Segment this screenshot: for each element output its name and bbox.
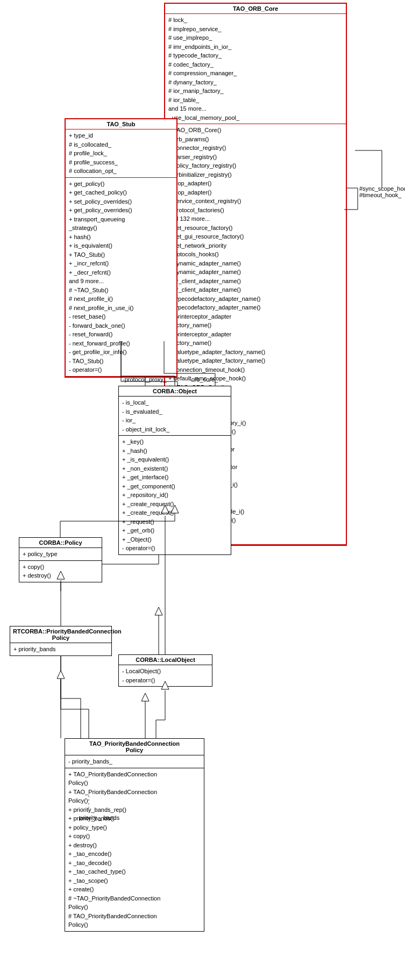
corba-localobject-title: CORBA::LocalObject — [119, 655, 212, 665]
corba-policy-title: CORBA::Policy — [19, 538, 102, 548]
tao-stub-title: TAO_Stub — [66, 119, 176, 129]
corba-policy-fields: + policy_type — [19, 548, 102, 561]
sync-scope-label: #sync_scope_hook_#timeout_hook_ — [359, 185, 405, 198]
corba-object-title: CORBA::Object — [119, 386, 231, 397]
orb-core-label: -orb_core_ — [189, 376, 218, 383]
svg-marker-46 — [57, 671, 65, 679]
protocol-proxy-label: -protocol_proxy_ — [123, 376, 167, 383]
corba-object-fields: - is_local_ - is_evaluated_ - ior_ - obj… — [119, 397, 231, 436]
tao-orb-core-fields: # lock_ # implrepo_service_ # use_implre… — [165, 14, 346, 124]
rtcorba-priority-box: RTCORBA::PriorityBandedConnectionPolicy … — [10, 626, 112, 656]
corba-policy-box: CORBA::Policy + policy_type + copy() + d… — [19, 537, 102, 582]
rtcorba-priority-fields: + priority_bands — [10, 643, 111, 655]
tao-priority-methods: + TAO_PriorityBandedConnection Policy() … — [65, 768, 204, 931]
corba-policy-methods: + copy() + destroy() — [19, 561, 102, 582]
priority-bands-label: priority _ bands — [79, 815, 119, 821]
tao-priority-title: TAO_PriorityBandedConnectionPolicy — [65, 739, 204, 755]
svg-marker-9 — [141, 693, 149, 701]
tao-stub-box: TAO_Stub + type_id # is_collocated_ # pr… — [65, 118, 177, 378]
corba-localobject-methods: - LocalObject() - operator=() — [119, 665, 212, 686]
tao-priority-fields: - priority_bands_ — [65, 755, 204, 768]
corba-object-box: CORBA::Object - is_local_ - is_evaluated… — [118, 386, 231, 555]
diagram-container: TAO_ORB_Core # lock_ # implrepo_service_… — [0, 0, 405, 980]
tao-priority-box: TAO_PriorityBandedConnectionPolicy - pri… — [65, 738, 204, 932]
rtcorba-priority-title: RTCORBA::PriorityBandedConnectionPolicy — [10, 626, 111, 643]
tao-orb-core-title: TAO_ORB_Core — [165, 4, 346, 14]
tao-stub-methods: + get_policy() + get_cached_policy() + s… — [66, 178, 176, 377]
tao-stub-fields: + type_id # is_collocated_ # profile_loc… — [66, 129, 176, 178]
corba-localobject-box: CORBA::LocalObject - LocalObject() - ope… — [118, 654, 212, 687]
corba-object-methods: + _key() + _hash() + _is_equivalent() + … — [119, 436, 231, 554]
svg-marker-11 — [155, 607, 162, 615]
